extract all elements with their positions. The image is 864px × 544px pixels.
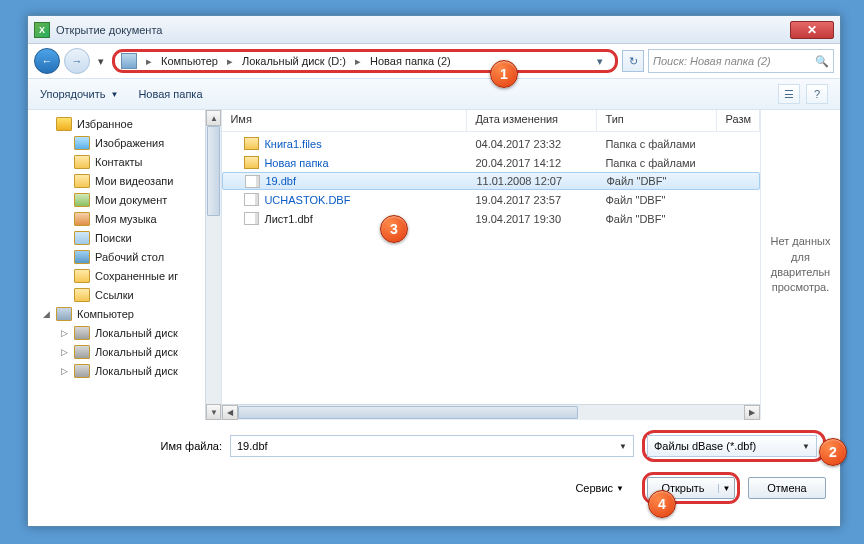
filename-label: Имя файла: <box>42 440 222 452</box>
nav-forward-button[interactable]: → <box>64 48 90 74</box>
folder-icon <box>74 136 90 150</box>
file-row[interactable]: Новая папка20.04.2017 14:12Папка с файла… <box>222 153 760 172</box>
file-row[interactable]: 19.dbf11.01.2008 12:07Файл "DBF" <box>222 172 760 190</box>
open-split-dropdown[interactable]: ▼ <box>718 484 734 493</box>
file-date: 20.04.2017 14:12 <box>467 157 597 169</box>
file-type: Файл "DBF" <box>598 175 718 187</box>
file-date: 19.04.2017 19:30 <box>467 213 597 225</box>
preview-pane: Нет данных для дварительн просмотра. <box>760 110 840 420</box>
file-date: 19.04.2017 23:57 <box>467 194 597 206</box>
breadcrumb-item[interactable]: Компьютер <box>157 53 222 69</box>
sidebar: ИзбранноеИзображенияКонтактыМои видеозап… <box>28 110 222 420</box>
scroll-left-icon[interactable]: ◀ <box>222 405 238 420</box>
column-type[interactable]: Тип <box>597 110 717 131</box>
nav-back-button[interactable]: ← <box>34 48 60 74</box>
sidebar-item-label: Мои документ <box>95 194 167 206</box>
file-hscrollbar[interactable]: ◀ ▶ <box>222 404 760 420</box>
folder-icon <box>244 156 259 169</box>
chevron-down-icon: ▼ <box>802 442 810 451</box>
scroll-up-icon[interactable]: ▲ <box>206 110 221 126</box>
file-type: Папка с файлами <box>597 138 717 150</box>
file-type-filter[interactable]: Файлы dBase (*.dbf) ▼ <box>647 435 817 457</box>
expand-icon[interactable]: ▷ <box>60 328 69 338</box>
chevron-right-icon: ▸ <box>222 55 238 68</box>
service-menu[interactable]: Сервис▼ <box>575 482 624 494</box>
excel-icon: X <box>34 22 50 38</box>
sidebar-item-label: Локальный диск <box>95 346 178 358</box>
folder-icon <box>56 307 72 321</box>
chevron-down-icon: ▼ <box>619 442 627 451</box>
scroll-thumb[interactable] <box>238 406 578 419</box>
new-folder-button[interactable]: Новая папка <box>138 88 202 100</box>
breadcrumb-item[interactable]: Локальный диск (D:) <box>238 53 350 69</box>
sidebar-item[interactable]: Контакты <box>30 152 221 171</box>
folder-icon <box>74 155 90 169</box>
filename-value: 19.dbf <box>237 440 268 452</box>
sidebar-item[interactable]: ◢Компьютер <box>30 304 221 323</box>
file-row[interactable]: Книга1.files04.04.2017 23:32Папка с файл… <box>222 134 760 153</box>
sidebar-item-label: Контакты <box>95 156 143 168</box>
breadcrumb-dropdown[interactable]: ▾ <box>591 55 609 68</box>
sidebar-item[interactable]: Мои документ <box>30 190 221 209</box>
expand-icon[interactable]: ◢ <box>42 309 51 319</box>
toolbar: Упорядочить▼ Новая папка ☰ ? <box>28 78 840 110</box>
column-date[interactable]: Дата изменения <box>467 110 597 131</box>
file-icon <box>244 212 259 225</box>
sidebar-item-label: Поиски <box>95 232 132 244</box>
help-button[interactable]: ? <box>806 84 828 104</box>
file-type: Папка с файлами <box>597 157 717 169</box>
folder-icon <box>74 326 90 340</box>
organize-button[interactable]: Упорядочить▼ <box>40 88 118 100</box>
sidebar-item-label: Мои видеозапи <box>95 175 173 187</box>
nav-bar: ← → ▾ ▸ Компьютер ▸ Локальный диск (D:) … <box>28 44 840 78</box>
cancel-button[interactable]: Отмена <box>748 477 826 499</box>
file-name: Книга1.files <box>264 138 321 150</box>
file-row[interactable]: Лист1.dbf19.04.2017 19:30Файл "DBF" <box>222 209 760 228</box>
sidebar-item[interactable]: ▷Локальный диск <box>30 323 221 342</box>
filename-input[interactable]: 19.dbf ▼ <box>230 435 634 457</box>
breadcrumb-item[interactable]: Новая папка (2) <box>366 53 455 69</box>
sidebar-item[interactable]: ▷Локальный диск <box>30 361 221 380</box>
file-row[interactable]: UCHASTOK.DBF19.04.2017 23:57Файл "DBF" <box>222 190 760 209</box>
folder-icon <box>74 174 90 188</box>
sidebar-item-label: Моя музыка <box>95 213 157 225</box>
breadcrumb[interactable]: ▸ Компьютер ▸ Локальный диск (D:) ▸ Нова… <box>112 49 618 73</box>
expand-icon[interactable]: ▷ <box>60 366 69 376</box>
file-name: UCHASTOK.DBF <box>264 194 350 206</box>
search-input[interactable]: Поиск: Новая папка (2) 🔍 <box>648 49 834 73</box>
sidebar-item[interactable]: Моя музыка <box>30 209 221 228</box>
scroll-thumb[interactable] <box>207 126 220 216</box>
refresh-button[interactable]: ↻ <box>622 50 644 72</box>
view-mode-button[interactable]: ☰ <box>778 84 800 104</box>
scroll-right-icon[interactable]: ▶ <box>744 405 760 420</box>
file-date: 04.04.2017 23:32 <box>467 138 597 150</box>
sidebar-item-label: Рабочий стол <box>95 251 164 263</box>
search-placeholder: Поиск: Новая папка (2) <box>653 55 815 67</box>
sidebar-item-label: Избранное <box>77 118 133 130</box>
sidebar-scrollbar[interactable]: ▲ ▼ <box>205 110 221 420</box>
folder-icon <box>74 212 90 226</box>
sidebar-item[interactable]: Поиски <box>30 228 221 247</box>
expand-icon[interactable]: ▷ <box>60 347 69 357</box>
column-size[interactable]: Разм <box>717 110 760 131</box>
titlebar: X Открытие документа ✕ <box>28 16 840 44</box>
sidebar-item[interactable]: Изображения <box>30 133 221 152</box>
sidebar-item[interactable]: Сохраненные иг <box>30 266 221 285</box>
close-button[interactable]: ✕ <box>790 21 834 39</box>
scroll-down-icon[interactable]: ▼ <box>206 404 221 420</box>
column-name[interactable]: Имя <box>222 110 467 131</box>
filter-value: Файлы dBase (*.dbf) <box>654 440 756 452</box>
sidebar-item[interactable]: Мои видеозапи <box>30 171 221 190</box>
sidebar-item[interactable]: Избранное <box>30 114 221 133</box>
folder-icon <box>74 231 90 245</box>
sidebar-item[interactable]: ▷Локальный диск <box>30 342 221 361</box>
nav-history-dropdown[interactable]: ▾ <box>94 51 108 71</box>
chevron-down-icon: ▼ <box>616 484 624 493</box>
dialog-title: Открытие документа <box>56 24 162 36</box>
folder-icon <box>244 137 259 150</box>
sidebar-item-label: Компьютер <box>77 308 134 320</box>
sidebar-item[interactable]: Рабочий стол <box>30 247 221 266</box>
sidebar-item[interactable]: Ссылки <box>30 285 221 304</box>
file-name: Новая папка <box>264 157 328 169</box>
callout-2: 2 <box>819 438 847 466</box>
